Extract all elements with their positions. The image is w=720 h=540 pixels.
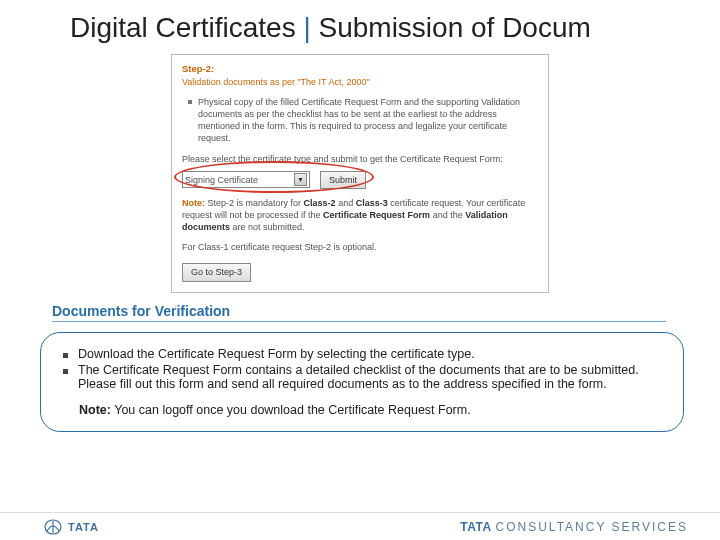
tata-logo: TATA — [44, 519, 99, 535]
select-instruction: Please select the certificate type and s… — [182, 153, 538, 165]
info-note-label: Note: — [79, 403, 111, 417]
tata-text: TATA — [68, 521, 99, 533]
title-right: Submission of Docum — [318, 12, 590, 43]
select-row: Signing Certificate ▼ Submit — [182, 171, 538, 189]
class1-note: For Class-1 certificate request Step-2 i… — [182, 241, 538, 253]
submit-button[interactable]: Submit — [320, 171, 366, 189]
select-value: Signing Certificate — [185, 174, 258, 186]
chevron-down-icon: ▼ — [294, 173, 307, 186]
list-item: The Certificate Request Form contains a … — [63, 363, 665, 391]
embedded-screenshot: Step-2: Validation documents as per "The… — [171, 54, 549, 293]
footer: TATA TATA CONSULTANCY SERVICES — [0, 512, 720, 540]
tcs-light: CONSULTANCY SERVICES — [496, 520, 688, 534]
info-bullet-1: Download the Certificate Request Form by… — [78, 347, 475, 361]
info-note: Note: You can logoff once you download t… — [79, 403, 665, 417]
tcs-bold: TATA — [460, 520, 491, 534]
screenshot-bullet: Physical copy of the filled Certificate … — [188, 96, 538, 145]
list-item: Download the Certificate Request Form by… — [63, 347, 665, 361]
bullet-marker — [63, 353, 68, 358]
info-list: Download the Certificate Request Form by… — [63, 347, 665, 391]
title-separator: | — [303, 12, 310, 43]
bullet-text: Physical copy of the filled Certificate … — [198, 96, 538, 145]
screenshot-note: Note: Step-2 is mandatory for Class-2 an… — [182, 197, 538, 233]
goto-step3-button[interactable]: Go to Step-3 — [182, 263, 251, 281]
note-label: Note: — [182, 198, 205, 208]
info-note-text: You can logoff once you download the Cer… — [114, 403, 470, 417]
slide-title: Digital Certificates | Submission of Doc… — [0, 0, 720, 52]
tata-mark-icon — [44, 519, 62, 535]
title-left: Digital Certificates — [70, 12, 296, 43]
certificate-type-select[interactable]: Signing Certificate ▼ — [182, 171, 310, 188]
tcs-logo: TATA CONSULTANCY SERVICES — [460, 520, 688, 534]
bullet-marker — [188, 100, 192, 104]
section-header: Documents for Verification — [52, 303, 666, 322]
info-box: Download the Certificate Request Form by… — [40, 332, 684, 432]
bullet-marker — [63, 369, 68, 374]
step-subtitle: Validation documents as per "The IT Act,… — [182, 76, 538, 88]
step-label: Step-2: — [182, 63, 538, 76]
info-bullet-2: The Certificate Request Form contains a … — [78, 363, 665, 391]
